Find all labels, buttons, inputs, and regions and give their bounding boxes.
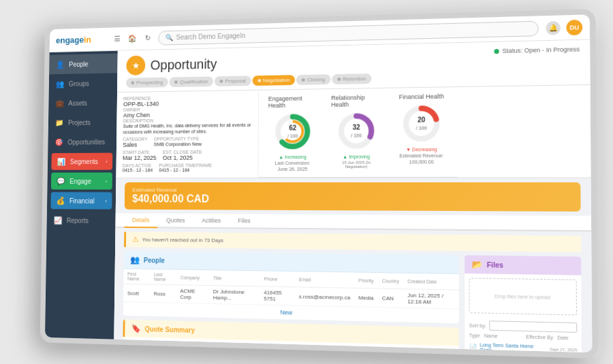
quote-card: 🔖 Quote Summary Product Title Total Name (123, 319, 459, 352)
engage-icon: 💬 (56, 176, 66, 186)
sidebar-item-people[interactable]: 👤 People (49, 53, 118, 74)
tab-details[interactable]: Details (124, 213, 157, 228)
sidebar-item-opportunities[interactable]: 🎯 Opportunities (48, 131, 116, 151)
financial-footer: ▼ Decreasing Estimated Revenue: 100,000.… (399, 146, 443, 164)
tablet-outer: engagein ☰ 🏠 ↻ 🔍 Search Demo EngageIn 🔔 … (40, 8, 599, 358)
step-dot (131, 81, 135, 84)
financial-icon: 💰 (56, 195, 66, 205)
sidebar-item-financial[interactable]: 💰 Financial › (50, 192, 112, 209)
info-days-active: Days Active 0415 - 12 - 184 (123, 163, 153, 172)
sidebar-item-reports[interactable]: 📈 Reports (47, 210, 116, 231)
files-search: Sort by: (469, 320, 578, 332)
file-name-1: Long Term Santa Home Page... (480, 342, 546, 352)
cell-title: Dr Johnstone Hamp... (209, 285, 260, 304)
progress-steps: Prospecting Qualification Proposal (126, 73, 372, 88)
col-country: Country (378, 273, 403, 289)
topbar-right: 🔔 DU (546, 19, 582, 35)
left-column: 👥 People First Name Last Name (123, 250, 459, 352)
pdf-icon-1: 📄 (469, 343, 477, 350)
drop-zone[interactable]: Drop files here to upload (469, 278, 577, 315)
step-prospecting[interactable]: Prospecting (126, 77, 168, 88)
cell-phone: 416455 5751 (260, 286, 295, 305)
user-avatar[interactable]: DU (566, 19, 582, 35)
sidebar-label-financial: Financial (69, 197, 95, 204)
segments-chevron: › (106, 158, 108, 164)
sidebar: 👤 People 👥 Groups 💼 Assets 📁 Projects (45, 50, 118, 339)
cell-lastname: Ross (150, 284, 176, 302)
col-created: Created Date (403, 273, 459, 290)
step-negotiation[interactable]: Negotiation (252, 75, 295, 86)
file-date-1: Sept 27, 2025 (550, 347, 578, 352)
people-icon: 👤 (55, 59, 65, 69)
sidebar-item-projects[interactable]: 📁 Projects (48, 112, 117, 132)
revenue-banner: Estimated Revenue $40,000.00 CAD (125, 182, 581, 212)
col-firstname: First Name (123, 269, 150, 284)
info-category: Category Sales (123, 137, 147, 148)
files-icon: 📂 (472, 259, 483, 269)
status-badge: Status: Open - In Progress (494, 46, 580, 54)
search-placeholder-text: Search Demo EngageIn (176, 31, 246, 40)
sidebar-label-assets: Assets (68, 99, 87, 106)
step-proposal[interactable]: Proposal (215, 76, 251, 86)
step-dot-2 (174, 80, 178, 84)
step-dot-6 (337, 77, 341, 80)
cell-country: CAN (378, 288, 403, 307)
opportunities-icon: 🎯 (54, 137, 64, 147)
people-card: 👥 People First Name Last Name (123, 250, 459, 322)
sidebar-label-groups: Groups (69, 80, 89, 87)
search-icon: 🔍 (166, 33, 173, 41)
engagement-health-card: Engagement Health 62/ 100 (268, 95, 317, 171)
sidebar-item-segments[interactable]: 📊 Segments › (51, 152, 112, 169)
info-reference: Reference OPP-BL-1340 (123, 94, 252, 107)
notification-icon[interactable]: 🔔 (546, 20, 560, 35)
alert-bar: ⚠ You haven't reached out in 73 Days (124, 231, 581, 252)
col-lastname: Last Name (150, 269, 176, 284)
sidebar-label-opportunities: Opportunities (67, 138, 105, 146)
files-card: 📂 Files Drop files here to upload Sort b… (465, 255, 582, 352)
health-metrics: Engagement Health 62/ 100 (258, 87, 457, 178)
menu-icon[interactable]: ☰ (112, 33, 123, 45)
info-opp-type: Opportunity Type SMB Corporation New (154, 136, 202, 148)
sidebar-item-engage[interactable]: 💬 Engage › (51, 172, 112, 189)
tablet-wrapper: engagein ☰ 🏠 ↻ 🔍 Search Demo EngageIn 🔔 … (14, 9, 599, 356)
col-priority: Priority (354, 272, 377, 288)
tablet-screen: engagein ☰ 🏠 ↻ 🔍 Search Demo EngageIn 🔔 … (45, 14, 592, 352)
step-qualification[interactable]: Qualification (170, 76, 214, 87)
tab-activities[interactable]: Actities (194, 214, 229, 229)
engagement-donut: 62/ 100 (272, 111, 313, 152)
files-type-label: Type Name Effective By Date (469, 333, 578, 340)
topbar-icons: ☰ 🏠 ↻ (112, 32, 153, 45)
files-section-title: Files (487, 261, 503, 269)
status-dot (494, 48, 499, 53)
home-icon[interactable]: 🏠 (127, 32, 138, 44)
info-close-date: Est. Close Date Oct 1, 2025 (163, 150, 202, 161)
tab-files[interactable]: Files (230, 214, 259, 229)
financial-score: 20/ 100 (416, 116, 427, 131)
sidebar-item-groups[interactable]: 👥 Groups (49, 73, 118, 93)
alert-icon: ⚠ (132, 235, 139, 244)
files-section-header: 📂 Files (465, 255, 581, 275)
opportunity-icon: ★ (126, 55, 145, 75)
step-dot-3 (220, 79, 223, 82)
tab-quotes[interactable]: Quotes (159, 213, 193, 228)
relationship-health-card: Relationship Health 32/ 100 (331, 93, 382, 171)
search-bar[interactable]: 🔍 Search Demo EngageIn (158, 20, 539, 45)
sidebar-item-assets[interactable]: 💼 Assets (48, 93, 117, 113)
cell-date: Jun 12, 2025 / 12:18 AM (403, 288, 459, 308)
sidebar-label-segments: Segments (70, 157, 98, 165)
sidebar-label-people: People (69, 60, 88, 67)
info-grid: Reference OPP-BL-1340 Owner Amy Chen Des… (116, 90, 259, 177)
financial-chevron: › (105, 197, 107, 203)
engagement-score: 62/ 100 (287, 124, 298, 139)
info-purchase-timeframe: Purchase Timeframe 0415 - 12 - 184 (159, 163, 212, 172)
step-closing[interactable]: Closing (296, 74, 330, 85)
step-retention[interactable]: Retention (332, 73, 371, 84)
main-area: 👤 People 👥 Groups 💼 Assets 📁 Projects (45, 39, 592, 352)
refresh-icon[interactable]: ↻ (142, 32, 153, 44)
step-dot-5 (302, 78, 305, 81)
sidebar-label-engage: Engage (69, 177, 91, 184)
segments-icon: 📊 (57, 156, 67, 166)
files-sort-input[interactable] (489, 320, 577, 333)
file-item-1[interactable]: 📄 Long Term Santa Home Page... Sept 27, … (469, 340, 578, 352)
sidebar-label-projects: Projects (68, 118, 91, 126)
